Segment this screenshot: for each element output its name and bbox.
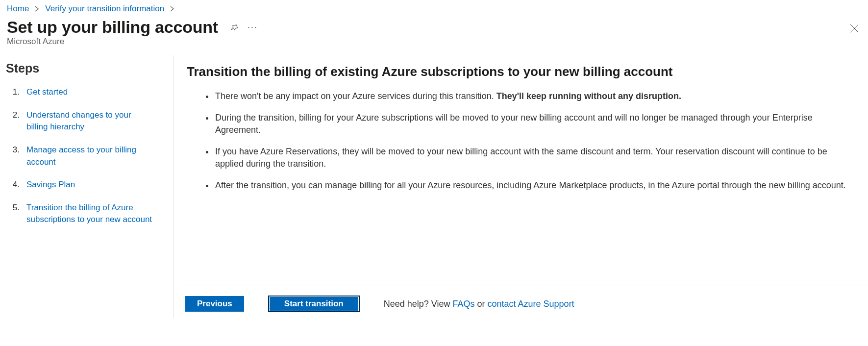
previous-button[interactable]: Previous [185, 296, 244, 312]
step-number: 5. [6, 202, 26, 214]
page-header: Set up your billing account ··· [0, 14, 868, 37]
breadcrumb-separator-icon [170, 5, 174, 13]
step-number: 1. [6, 86, 26, 99]
footer-bar: Previous Start transition Need help? Vie… [185, 286, 868, 312]
faqs-link[interactable]: FAQs [452, 299, 474, 309]
step-item: 1. Get started [6, 86, 171, 99]
step-transition-billing[interactable]: Transition the billing of Azure subscrip… [26, 202, 154, 226]
bullet-item: There won't be any impact on your Azure … [214, 90, 848, 103]
main-content: Transition the billing of existing Azure… [174, 55, 868, 318]
start-transition-button[interactable]: Start transition [269, 296, 359, 312]
bullet-item: After the transition, you can manage bil… [214, 179, 848, 192]
step-manage-access[interactable]: Manage access to your billing account [26, 144, 154, 168]
step-number: 3. [6, 144, 26, 156]
page-title: Set up your billing account [7, 18, 218, 37]
step-item: 2. Understand changes to your billing hi… [6, 109, 171, 133]
breadcrumb-separator-icon [35, 5, 39, 13]
step-item: 4. Savings Plan [6, 179, 171, 191]
breadcrumb: Home Verify your transition information [0, 0, 868, 14]
breadcrumb-home[interactable]: Home [7, 4, 29, 14]
page-subtitle: Microsoft Azure [0, 37, 868, 55]
bullet-item: If you have Azure Reservations, they wil… [214, 146, 848, 171]
step-number: 4. [6, 179, 26, 191]
step-number: 2. [6, 109, 26, 122]
close-icon[interactable] [849, 24, 859, 35]
steps-sidebar: Steps 1. Get started 2. Understand chang… [0, 55, 174, 318]
sidebar-title: Steps [6, 61, 171, 75]
step-savings-plan[interactable]: Savings Plan [26, 179, 75, 191]
step-item: 3. Manage access to your billing account [6, 144, 171, 168]
step-understand-changes[interactable]: Understand changes to your billing hiera… [26, 109, 154, 133]
step-get-started[interactable]: Get started [26, 86, 68, 99]
help-text: Need help? View FAQs or contact Azure Su… [384, 299, 574, 309]
breadcrumb-verify[interactable]: Verify your transition information [45, 4, 164, 14]
pin-icon[interactable] [230, 23, 239, 32]
bullet-item: During the transition, billing for your … [214, 112, 848, 137]
more-icon[interactable]: ··· [248, 22, 258, 32]
support-link[interactable]: contact Azure Support [488, 299, 574, 309]
main-heading: Transition the billing of existing Azure… [187, 64, 848, 79]
step-item: 5. Transition the billing of Azure subsc… [6, 202, 171, 226]
